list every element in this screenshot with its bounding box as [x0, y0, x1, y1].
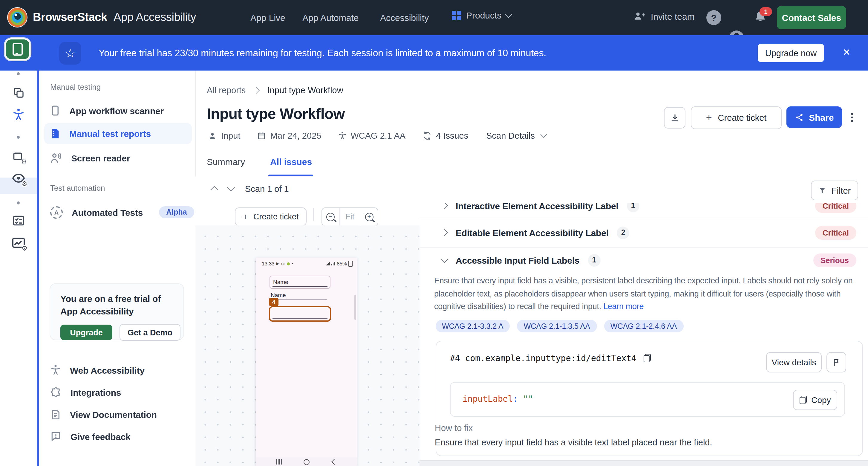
sidebar-link-give-feedback[interactable]: Give feedback: [50, 428, 198, 445]
top-navbar: BrowserStack App Accessibility App Live …: [0, 0, 868, 35]
learn-more-link[interactable]: Learn more: [603, 302, 644, 311]
help-icon[interactable]: ?: [706, 10, 721, 25]
copy-code-button[interactable]: Copy: [793, 390, 837, 410]
breadcrumb-all-reports[interactable]: All reports: [207, 86, 246, 95]
sidebar-link-integrations[interactable]: Integrations: [50, 384, 198, 401]
wcag-tag-list: WCAG 2.1-3.3.2 A WCAG 2.1-1.3.5 AA WCAG …: [435, 320, 683, 332]
rail-item-device-settings[interactable]: ⚙: [12, 151, 25, 164]
phone-field-label: Name: [273, 279, 288, 285]
app-window: BrowserStack App Accessibility App Live …: [0, 0, 868, 466]
viewer-canvas[interactable]: 13:33 ▶ ⚙ 85% Name: [195, 225, 419, 466]
issue-row-editable-element[interactable]: Editable Element Accessibility Label 2 C…: [419, 217, 868, 248]
create-ticket-button[interactable]: + Create ticket: [691, 107, 782, 129]
products-menu-label: Products: [466, 10, 501, 20]
notification-badge: 1: [760, 7, 772, 16]
scan-counter: Scan 1 of 1: [245, 184, 289, 194]
rail-item-visual-settings[interactable]: ⚙: [11, 172, 26, 185]
browserstack-logo-icon[interactable]: [7, 7, 28, 28]
share-icon: [795, 113, 803, 122]
code-snippet-box: inputLabel: "" Copy: [450, 382, 845, 417]
chevron-down-icon[interactable]: [540, 131, 548, 138]
tab-all-issues[interactable]: All issues: [270, 157, 312, 167]
contact-sales-button[interactable]: Contact Sales: [777, 6, 846, 29]
trial-card-title-line1: You are on a free trial of: [60, 292, 183, 305]
breadcrumb-chevron-icon: [253, 87, 260, 94]
get-a-demo-button[interactable]: Get a Demo: [120, 324, 181, 341]
nav-app-automate[interactable]: App Automate: [302, 12, 359, 23]
flag-icon: [832, 357, 840, 367]
share-button[interactable]: Share: [786, 107, 842, 128]
puzzle-icon: [50, 386, 62, 398]
copy-label: Copy: [811, 395, 831, 405]
rail-item-app-accessibility[interactable]: [6, 39, 29, 59]
scan-navigation-bar: Scan 1 of 1 Filter: [195, 176, 868, 204]
products-menu[interactable]: Products: [452, 10, 511, 20]
scan-details-dropdown[interactable]: Scan Details: [486, 131, 535, 141]
element-ref-row: #4 com.example.inputtype:id/editText4: [450, 353, 651, 363]
scan-previous-icon[interactable]: [210, 186, 218, 194]
wcag-tag[interactable]: WCAG 2.1-1.3.5 AA: [517, 320, 597, 332]
more-options-button[interactable]: [851, 111, 853, 123]
owner-icon: [208, 131, 217, 140]
phone-input-field-1[interactable]: Name: [270, 275, 331, 289]
notifications-button[interactable]: 1: [753, 10, 769, 25]
trial-banner-message: Your free trial has 23/30 minutes remain…: [99, 48, 546, 59]
issue-row-interactive-element[interactable]: Interactive Element Accessibility Label …: [419, 203, 868, 218]
rail-item-test-checklist[interactable]: [12, 214, 25, 227]
filter-funnel-icon: [818, 186, 827, 194]
zoom-out-button[interactable]: −: [322, 208, 340, 225]
collapse-chevron-icon: [441, 256, 448, 263]
issue-title: Interactive Element Accessibility Label: [456, 203, 619, 211]
invite-team-button[interactable]: Invite team: [633, 10, 695, 22]
sidebar-link-view-documentation[interactable]: View Documentation: [50, 406, 198, 423]
tab-summary[interactable]: Summary: [207, 157, 245, 167]
panel-bottom-strip: [419, 460, 868, 466]
section-label-test-automation: Test automation: [50, 183, 105, 193]
rail-item-live-testing[interactable]: [12, 87, 25, 99]
device-screenshot[interactable]: 13:33 ▶ ⚙ 85% Name: [256, 258, 357, 466]
rail-dot-separator: [17, 72, 20, 75]
severity-badge: Critical: [815, 226, 856, 239]
how-to-fix-label: How to fix: [435, 423, 473, 433]
sidebar-item-manual-test-reports[interactable]: Manual test reports: [44, 123, 192, 144]
phone-scrollbar[interactable]: [354, 295, 356, 320]
zoom-controls: − Fit +: [321, 207, 378, 226]
view-details-button[interactable]: View details: [766, 352, 822, 373]
fit-button[interactable]: Fit: [340, 208, 360, 225]
trial-upgrade-button[interactable]: Upgrade: [60, 325, 112, 340]
rail-item-reports-settings[interactable]: ⚙: [11, 237, 26, 250]
filter-button[interactable]: Filter: [811, 180, 858, 200]
rail-item-accessibility-active-icon[interactable]: [12, 108, 25, 122]
viewer-create-ticket-button[interactable]: + Create ticket: [235, 207, 307, 226]
wcag-tag[interactable]: WCAG 2.1-3.3.2 A: [435, 320, 510, 332]
banner-close-icon[interactable]: ✕: [843, 47, 851, 58]
copy-icon[interactable]: [644, 354, 651, 362]
flag-issue-button[interactable]: [827, 352, 846, 373]
signal-icon: [331, 262, 335, 265]
nav-app-live[interactable]: App Live: [250, 12, 285, 23]
zoom-in-button[interactable]: +: [360, 208, 378, 225]
brand-name[interactable]: BrowserStack: [33, 11, 107, 24]
element-ref: #4 com.example.inputtype:id/editText4: [450, 353, 637, 363]
sidebar-item-app-workflow-scanner[interactable]: App workflow scanner: [50, 101, 198, 120]
filter-label: Filter: [832, 185, 851, 195]
download-report-button[interactable]: [664, 107, 685, 128]
notification-dot-icon: [291, 263, 292, 264]
code-key: inputLabel: [463, 394, 513, 404]
wcag-tag[interactable]: WCAG 2.1-2.4.6 AA: [604, 320, 683, 332]
issue-row-accessible-input-labels[interactable]: Accessible Input Field Labels 1 Serious: [419, 247, 868, 272]
scan-next-icon[interactable]: [227, 183, 235, 191]
home-icon: [304, 459, 310, 465]
sidebar-item-label: Screen reader: [71, 153, 130, 163]
trial-card: You are on a free trial of App Accessibi…: [50, 283, 184, 340]
highlighted-input-field[interactable]: [269, 306, 331, 322]
wcag-accessibility-icon: [338, 130, 346, 141]
document-icon: [50, 409, 61, 420]
nav-accessibility[interactable]: Accessibility: [380, 12, 429, 23]
sidebar-link-web-accessibility[interactable]: Web Accessibility: [50, 362, 198, 378]
sidebar-item-screen-reader[interactable]: Screen reader: [50, 149, 198, 167]
issue-marker-badge[interactable]: 4: [269, 298, 278, 306]
sidebar-link-label: Integrations: [70, 387, 121, 397]
upgrade-now-button[interactable]: Upgrade now: [758, 43, 824, 62]
viewer-toolbar: + Create ticket − Fit +: [195, 203, 419, 226]
